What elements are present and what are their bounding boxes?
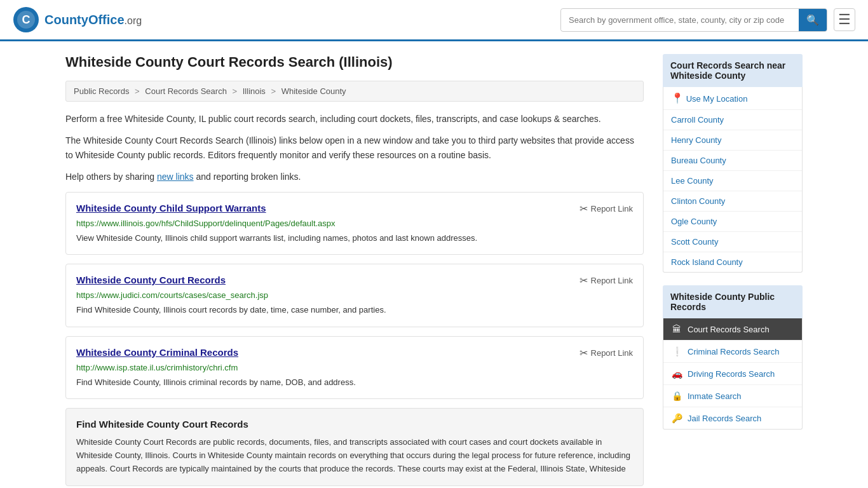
result-header: Whiteside County Child Support Warrants …	[76, 203, 633, 215]
breadcrumb-whiteside[interactable]: Whiteside County	[281, 86, 346, 96]
logo-area: C CountyOffice.org	[13, 6, 142, 33]
new-links-link[interactable]: new links	[157, 172, 194, 182]
nearby-county-7[interactable]: Rock Island County	[663, 252, 802, 272]
nearby-county-2[interactable]: Bureau County	[663, 151, 802, 171]
search-bar: 🔍	[560, 8, 827, 32]
content-area: Whiteside County Court Records Search (I…	[65, 54, 644, 486]
breadcrumb: Public Records > Court Records Search > …	[65, 81, 644, 102]
result-url-1: https://www.judici.com/courts/cases/case…	[76, 290, 633, 300]
menu-icon[interactable]: ☰	[834, 8, 855, 31]
report-icon-1: ✂	[580, 274, 588, 287]
rec-icon-1: ❕	[671, 346, 682, 356]
public-records-list: 🏛 Court Records Search ❕ Criminal Record…	[663, 318, 803, 430]
pub-record-4[interactable]: 🔑 Jail Records Search	[663, 407, 802, 429]
results-container: Whiteside County Child Support Warrants …	[65, 192, 644, 400]
public-records-title: Whiteside County Public Records	[663, 285, 803, 318]
rec-label-0: Court Records Search	[688, 325, 770, 334]
result-desc-2: Find Whiteside County, Illinois criminal…	[76, 376, 633, 389]
result-header: Whiteside County Court Records ✂ Report …	[76, 274, 633, 287]
pub-record-1[interactable]: ❕ Criminal Records Search	[663, 341, 802, 363]
breadcrumb-court-records[interactable]: Court Records Search	[145, 86, 227, 96]
report-link-2[interactable]: ✂ Report Link	[580, 347, 633, 359]
nearby-county-4[interactable]: Clinton County	[663, 191, 802, 212]
report-icon-2: ✂	[580, 347, 588, 359]
page-title: Whiteside County Court Records Search (I…	[65, 54, 644, 71]
nearby-counties: Carroll CountyHenry CountyBureau CountyL…	[663, 110, 802, 272]
breadcrumb-illinois[interactable]: Illinois	[243, 86, 266, 96]
rec-label-4: Jail Records Search	[688, 414, 761, 423]
pin-icon: 📍	[671, 93, 684, 104]
nearby-county-1[interactable]: Henry County	[663, 130, 802, 151]
result-title-2[interactable]: Whiteside County Criminal Records	[76, 347, 238, 358]
pub-record-0[interactable]: 🏛 Court Records Search	[663, 318, 802, 341]
rec-label-3: Inmate Search	[688, 391, 742, 401]
header-right: 🔍 ☰	[560, 8, 855, 32]
rec-label-2: Driving Records Search	[688, 369, 775, 379]
nearby-county-5[interactable]: Ogle County	[663, 212, 802, 232]
nearby-title: Court Records Search near Whiteside Coun…	[663, 54, 803, 87]
main-container: Whiteside County Court Records Search (I…	[53, 41, 815, 488]
result-url-2: http://www.isp.state.il.us/crimhistory/c…	[76, 363, 633, 372]
breadcrumb-public-records[interactable]: Public Records	[74, 86, 129, 96]
pub-record-2[interactable]: 🚗 Driving Records Search	[663, 363, 802, 385]
result-title-0[interactable]: Whiteside County Child Support Warrants	[76, 203, 266, 214]
rec-icon-2: 🚗	[671, 369, 682, 379]
result-title-1[interactable]: Whiteside County Court Records	[76, 274, 226, 285]
description-3: Help others by sharing new links and rep…	[65, 170, 644, 184]
nearby-county-3[interactable]: Lee County	[663, 171, 802, 191]
nearby-county-6[interactable]: Scott County	[663, 232, 802, 252]
result-item: Whiteside County Criminal Records ✂ Repo…	[65, 336, 644, 400]
result-desc-0: View Whiteside County, Illinois child su…	[76, 232, 633, 245]
find-section-text: Whiteside County Court Records are publi…	[76, 436, 633, 475]
sidebar: Court Records Search near Whiteside Coun…	[663, 54, 803, 486]
result-header: Whiteside County Criminal Records ✂ Repo…	[76, 347, 633, 359]
result-url-0: https://www.illinois.gov/hfs/ChildSuppor…	[76, 219, 633, 228]
svg-text:C: C	[22, 13, 31, 26]
description-1: Perform a free Whiteside County, IL publ…	[65, 112, 644, 126]
search-input[interactable]	[561, 10, 799, 30]
nearby-list: 📍 Use My Location Carroll CountyHenry Co…	[663, 87, 803, 273]
rec-icon-4: 🔑	[671, 413, 682, 423]
rec-label-1: Criminal Records Search	[688, 347, 780, 356]
site-header: C CountyOffice.org 🔍 ☰	[0, 0, 868, 41]
logo-text: CountyOffice.org	[44, 13, 142, 27]
nearby-county-0[interactable]: Carroll County	[663, 110, 802, 130]
result-item: Whiteside County Court Records ✂ Report …	[65, 264, 644, 327]
find-section: Find Whiteside County Court Records Whit…	[65, 408, 644, 486]
rec-icon-0: 🏛	[671, 324, 682, 334]
report-link-0[interactable]: ✂ Report Link	[580, 203, 633, 215]
search-button[interactable]: 🔍	[799, 9, 827, 31]
pub-record-3[interactable]: 🔒 Inmate Search	[663, 385, 802, 407]
rec-icon-3: 🔒	[671, 391, 682, 401]
result-desc-1: Find Whiteside County, Illinois court re…	[76, 304, 633, 316]
nearby-section: Court Records Search near Whiteside Coun…	[663, 54, 803, 273]
use-location-link[interactable]: 📍 Use My Location	[663, 87, 802, 110]
public-records-section: Whiteside County Public Records 🏛 Court …	[663, 285, 803, 430]
report-link-1[interactable]: ✂ Report Link	[580, 274, 633, 287]
logo-icon: C	[13, 6, 39, 33]
report-icon-0: ✂	[580, 203, 588, 215]
find-section-title: Find Whiteside County Court Records	[76, 419, 633, 430]
description-2: The Whiteside County Court Records Searc…	[65, 133, 644, 162]
result-item: Whiteside County Child Support Warrants …	[65, 192, 644, 255]
